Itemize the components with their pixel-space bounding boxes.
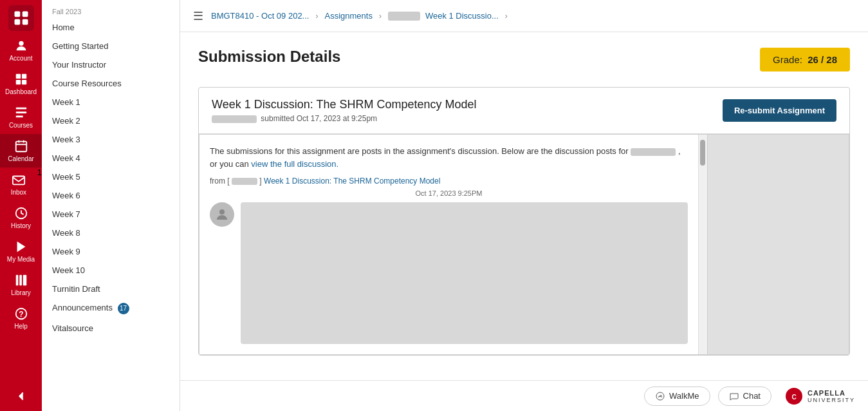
sidebar-label-mymedia: My Media [7,256,35,263]
capella-text: CAPELLA UNIVERSITY [808,389,855,403]
nav-getting-started[interactable]: Getting Started [42,37,180,55]
sidebar-item-mymedia[interactable]: My Media [0,234,42,268]
nav-week5[interactable]: Week 5 [42,167,180,186]
secondary-nav: Fall 2023 Home Getting Started Your Inst… [42,0,180,411]
walkme-button[interactable]: WalkMe [644,387,710,406]
nav-week1[interactable]: Week 1 [42,93,180,111]
svg-rect-19 [15,275,18,286]
svg-marker-18 [17,242,25,253]
grade-badge: Grade: 26 / 28 [760,48,850,72]
breadcrumb-week[interactable]: Week 1 Discussio... [425,11,499,21]
svg-rect-1 [22,12,28,17]
content-area: Submission Details Grade: 26 / 28 Week 1… [180,32,868,380]
sidebar-item-dashboard[interactable]: Dashboard [0,67,42,100]
svg-rect-6 [21,74,26,79]
breadcrumb-redacted [388,12,420,21]
from-redacted [232,178,257,185]
sidebar-item-library[interactable]: Library [0,268,42,301]
sidebar: Account Dashboard Courses Calendar Inbox… [0,0,42,411]
nav-course-resources[interactable]: Course Resources [42,74,180,93]
chat-button[interactable]: Chat [718,387,771,406]
svg-rect-2 [14,19,20,25]
walkme-label: WalkMe [669,391,699,401]
svg-rect-7 [15,80,20,84]
nav-turnitin[interactable]: Turnitin Draft [42,280,180,298]
nav-week6[interactable]: Week 6 [42,186,180,205]
sidebar-label-library: Library [11,289,31,296]
view-full-discussion-link[interactable]: view the full discussion. [251,159,338,169]
nav-week8[interactable]: Week 8 [42,224,180,242]
submission-header: Submission Details Grade: 26 / 28 [198,48,850,72]
nav-your-instructor[interactable]: Your Instructor [42,55,180,74]
capella-logo: C CAPELLA UNIVERSITY [784,387,855,406]
svg-rect-5 [15,74,20,79]
menu-icon[interactable]: ☰ [193,9,203,23]
sidebar-item-history[interactable]: History [0,201,42,234]
from-line: from [ ] Week 1 Discussion: The SHRM Com… [210,177,688,186]
sidebar-collapse[interactable] [0,381,42,411]
topbar: ☰ BMGT8410 - Oct 09 202... › Assignments… [180,0,868,32]
capella-sub: UNIVERSITY [808,397,855,403]
submitted-info: submitted Oct 17, 2023 at 9:25pm [212,114,477,123]
nav-week4[interactable]: Week 4 [42,149,180,167]
submitted-redacted [212,115,257,123]
breadcrumb-sep-1: › [315,12,318,21]
nav-vitalsource[interactable]: Vitalsource [42,319,180,338]
nav-announcements[interactable]: Announcements 17 [42,298,180,319]
avatar [210,202,234,227]
svg-rect-12 [15,142,26,152]
sidebar-item-account[interactable]: Account [0,33,42,67]
season-label: Fall 2023 [42,0,180,18]
sidebar-item-inbox[interactable]: Inbox [0,167,37,201]
svg-rect-16 [13,177,24,185]
chat-icon [729,391,739,401]
sidebar-label-help: Help [14,323,28,330]
sidebar-label-account: Account [9,55,32,62]
assignment-section: Week 1 Discussion: The SHRM Competency M… [198,87,850,356]
discussion-box: The submissions for this assignment are … [199,134,849,355]
sidebar-label-history: History [11,222,31,229]
assignment-header: Week 1 Discussion: The SHRM Competency M… [199,88,849,134]
svg-rect-11 [15,116,23,118]
discussion-intro-text: The submissions for this assignment are … [210,145,688,170]
discussion-title-link[interactable]: Week 1 Discussion: The SHRM Competency M… [264,177,440,186]
nav-home[interactable]: Home [42,18,180,37]
resubmit-button[interactable]: Re-submit Assignment [723,99,836,122]
sidebar-label-calendar: Calendar [8,155,34,162]
post-row [210,202,688,344]
svg-rect-20 [19,275,22,286]
svg-rect-21 [23,275,26,286]
svg-rect-10 [15,111,26,113]
breadcrumb-assignments[interactable]: Assignments [324,11,372,21]
courseroom-logo[interactable] [8,5,34,31]
chat-label: Chat [743,391,761,401]
discussion-scrollbar[interactable] [698,135,707,354]
nav-week10[interactable]: Week 10 [42,261,180,280]
post-content-box [241,202,688,344]
discussion-main: The submissions for this assignment are … [199,135,698,354]
svg-text:C: C [791,394,796,401]
grade-value: 26 / 28 [808,54,837,65]
svg-text:?: ? [19,310,23,319]
breadcrumb-sep-3: › [505,12,508,21]
sidebar-label-courses: Courses [9,122,33,129]
sidebar-item-inbox-wrapper: Inbox 1 [0,167,42,201]
post-timestamp: Oct 17, 2023 9:25PM [210,189,688,197]
sidebar-item-courses[interactable]: Courses [0,100,42,134]
nav-week7[interactable]: Week 7 [42,205,180,224]
sidebar-item-help[interactable]: ? Help [0,301,42,335]
submitted-text: submitted Oct 17, 2023 at 9:25pm [261,114,377,123]
sidebar-label-inbox: Inbox [11,189,26,196]
capella-name: CAPELLA [808,389,855,397]
announcements-badge: 17 [118,303,129,314]
nav-week2[interactable]: Week 2 [42,111,180,130]
assignment-title: Week 1 Discussion: The SHRM Competency M… [212,98,477,111]
breadcrumb-sep-2: › [379,12,382,21]
footer: WalkMe Chat C CAPELLA UNIVERSITY [180,380,868,411]
svg-rect-3 [22,19,28,25]
breadcrumb-course[interactable]: BMGT8410 - Oct 09 202... [211,11,309,21]
nav-week9[interactable]: Week 9 [42,242,180,261]
discussion-name-redacted [631,148,676,156]
sidebar-item-calendar[interactable]: Calendar [0,134,42,167]
nav-week3[interactable]: Week 3 [42,130,180,149]
